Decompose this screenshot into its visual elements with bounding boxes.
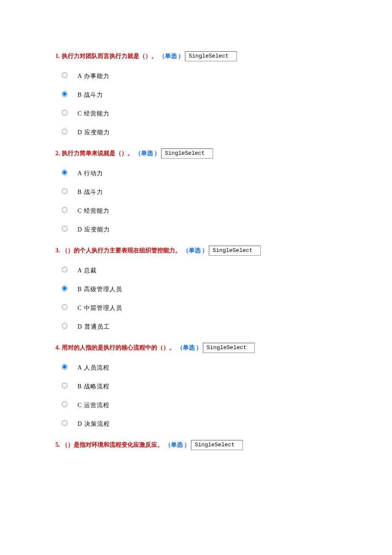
option: A 人员流程 (55, 364, 337, 372)
option: D 应变能力 (55, 226, 337, 234)
option-radio[interactable] (62, 170, 67, 175)
option-label: B 战斗力 (78, 91, 103, 99)
option-radio[interactable] (62, 383, 67, 388)
option-radio[interactable] (62, 267, 67, 272)
question-type-label: （单选 ） (183, 247, 208, 254)
question-type-label: （单选 ） (165, 441, 190, 449)
option: D 应变能力 (55, 129, 337, 136)
option-label: A 办事能力 (78, 72, 110, 80)
question-text: （）是指对环境和流程变化应激反应。 (62, 441, 163, 449)
option: B 高级管理人员 (55, 286, 337, 293)
option-radio[interactable] (62, 188, 67, 194)
option-label: D 应变能力 (78, 129, 110, 136)
option: A 行动力 (55, 170, 337, 177)
question: 5.（）是指对环境和流程变化应激反应。（单选 ）SingleSelect (55, 440, 337, 450)
option: C 中层管理人员 (55, 304, 337, 312)
option-radio[interactable] (62, 72, 67, 78)
option: A 办事能力 (55, 72, 337, 80)
option-label: C 经营能力 (78, 110, 110, 118)
single-select-box[interactable]: SingleSelect (209, 246, 261, 256)
question-number: 4. (55, 344, 60, 351)
question: 3.（）的个人执行力主要表现在组织管控能力。（单选 ）SingleSelectA… (55, 246, 337, 331)
quiz-container: 1.执行力对团队而言执行力就是（）。（单选 ）SingleSelectA 办事能… (55, 51, 337, 450)
option: D 决策流程 (55, 420, 337, 428)
question-number: 1. (55, 53, 60, 60)
question: 2.执行力简单来说就是（）。（单选 ）SingleSelectA 行动力B 战斗… (55, 148, 337, 234)
question-text: 执行力对团队而言执行力就是（）。 (62, 52, 157, 60)
option: D 普通员工 (55, 323, 337, 331)
option-radio[interactable] (62, 304, 67, 310)
option-label: C 经营能力 (78, 207, 110, 215)
option: C 经营能力 (55, 110, 337, 118)
question-type-label: （单选 ） (135, 150, 161, 157)
question-number: 2. (55, 150, 60, 157)
option-radio[interactable] (62, 323, 67, 329)
option-label: D 应变能力 (78, 226, 110, 234)
option-radio[interactable] (62, 91, 67, 97)
option-radio[interactable] (62, 364, 67, 370)
option-label: A 总裁 (78, 267, 97, 275)
option: B 战斗力 (55, 188, 337, 196)
single-select-box[interactable]: SingleSelect (185, 51, 237, 61)
option: C 经营能力 (55, 207, 337, 215)
question-header: 3.（）的个人执行力主要表现在组织管控能力。（单选 ）SingleSelect (55, 246, 337, 256)
single-select-box[interactable]: SingleSelect (203, 343, 255, 353)
option-label: A 行动力 (78, 170, 103, 177)
option-label: C 运营流程 (78, 402, 110, 409)
question-number: 5. (55, 442, 60, 448)
question-type-label: （单选 ） (159, 52, 184, 60)
question-header: 2.执行力简单来说就是（）。（单选 ）SingleSelect (55, 148, 337, 159)
option-label: A 人员流程 (78, 364, 110, 372)
option-radio[interactable] (62, 286, 67, 291)
question-header: 5.（）是指对环境和流程变化应激反应。（单选 ）SingleSelect (55, 440, 337, 450)
question: 1.执行力对团队而言执行力就是（）。（单选 ）SingleSelectA 办事能… (55, 51, 337, 136)
question-number: 3. (55, 247, 60, 254)
option-radio[interactable] (62, 110, 67, 116)
option-radio[interactable] (62, 420, 67, 426)
option: B 战略流程 (55, 383, 337, 390)
question-type-label: （单选 ） (177, 344, 202, 352)
option-label: C 中层管理人员 (78, 304, 122, 312)
option-radio[interactable] (62, 207, 67, 213)
question-header: 1.执行力对团队而言执行力就是（）。（单选 ）SingleSelect (55, 51, 337, 61)
question: 4.用对的人指的是执行的核心流程中的（）。（单选 ）SingleSelectA … (55, 343, 337, 428)
option-label: D 普通员工 (78, 323, 110, 331)
option: C 运营流程 (55, 402, 337, 409)
question-text: 用对的人指的是执行的核心流程中的（）。 (62, 344, 175, 352)
option-label: B 战略流程 (78, 383, 110, 390)
option: B 战斗力 (55, 91, 337, 99)
option-label: B 高级管理人员 (78, 286, 122, 293)
question-text: 执行力简单来说就是（）。 (62, 150, 133, 157)
option-radio[interactable] (62, 226, 67, 231)
option-radio[interactable] (62, 129, 67, 134)
option-label: B 战斗力 (78, 188, 103, 196)
question-header: 4.用对的人指的是执行的核心流程中的（）。（单选 ）SingleSelect (55, 343, 337, 353)
question-text: （）的个人执行力主要表现在组织管控能力。 (62, 247, 181, 254)
option-radio[interactable] (62, 402, 67, 407)
option: A 总裁 (55, 267, 337, 275)
single-select-box[interactable]: SingleSelect (161, 148, 213, 159)
option-label: D 决策流程 (78, 420, 110, 428)
single-select-box[interactable]: SingleSelect (191, 440, 243, 450)
